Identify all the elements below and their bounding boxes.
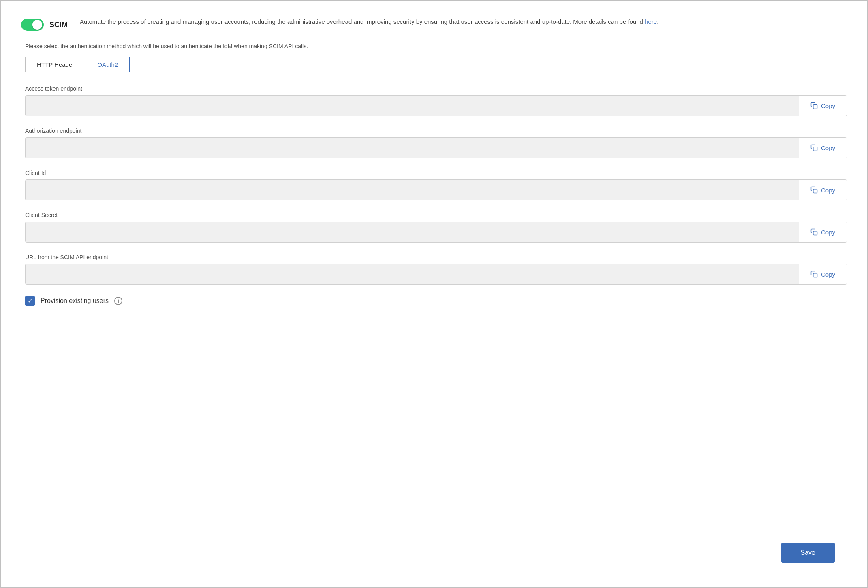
auth-btn-http-header[interactable]: HTTP Header: [25, 57, 86, 72]
content-area: Please select the authentication method …: [21, 43, 847, 306]
field-group-auth-endpoint: Authorization endpoint Copy: [25, 128, 847, 158]
field-input-access-token[interactable]: [26, 96, 799, 116]
copy-icon-scim-url: [810, 271, 818, 278]
toggle-container: SCIM: [21, 19, 68, 31]
provision-label: Provision existing users: [41, 297, 109, 305]
save-btn-container: Save: [781, 543, 835, 563]
auth-buttons-group: HTTP Header OAuth2: [25, 57, 847, 72]
field-row-scim-url: Copy: [25, 264, 847, 285]
copy-btn-auth-endpoint[interactable]: Copy: [799, 138, 847, 158]
field-input-scim-url[interactable]: [26, 264, 799, 284]
copy-icon-access-token: [810, 102, 818, 109]
copy-icon-client-id: [810, 186, 818, 194]
field-row-client-id: Copy: [25, 179, 847, 200]
scim-description: Automate the process of creating and man…: [80, 17, 658, 27]
description-text-before-link: Automate the process of creating and man…: [80, 18, 645, 25]
copy-icon-client-secret: [810, 228, 818, 236]
checkbox-check-icon: ✓: [28, 298, 33, 304]
scim-toggle[interactable]: [21, 19, 44, 31]
info-icon[interactable]: i: [114, 297, 122, 305]
copy-btn-scim-url[interactable]: Copy: [799, 264, 847, 284]
field-group-access-token: Access token endpoint Copy: [25, 85, 847, 116]
copy-label-scim-url: Copy: [821, 271, 835, 278]
field-label-scim-url: URL from the SCIM API endpoint: [25, 254, 847, 260]
field-label-auth-endpoint: Authorization endpoint: [25, 128, 847, 134]
svg-rect-0: [813, 105, 817, 109]
field-input-client-secret[interactable]: [26, 222, 799, 242]
copy-label-access-token: Copy: [821, 102, 835, 109]
description-link[interactable]: here: [645, 18, 657, 25]
copy-icon-auth-endpoint: [810, 144, 818, 151]
page-container: SCIM Automate the process of creating an…: [0, 0, 868, 588]
copy-btn-client-id[interactable]: Copy: [799, 180, 847, 200]
scim-header: SCIM Automate the process of creating an…: [21, 17, 847, 31]
svg-rect-2: [813, 189, 817, 193]
copy-label-client-secret: Copy: [821, 229, 835, 236]
field-row-auth-endpoint: Copy: [25, 137, 847, 158]
copy-label-client-id: Copy: [821, 187, 835, 194]
field-label-client-secret: Client Secret: [25, 212, 847, 218]
field-row-access-token: Copy: [25, 95, 847, 116]
svg-rect-3: [813, 231, 817, 235]
copy-label-auth-endpoint: Copy: [821, 145, 835, 151]
copy-btn-client-secret[interactable]: Copy: [799, 222, 847, 242]
field-label-access-token: Access token endpoint: [25, 85, 847, 92]
field-group-client-secret: Client Secret Copy: [25, 212, 847, 243]
field-input-auth-endpoint[interactable]: [26, 138, 799, 158]
field-row-client-secret: Copy: [25, 222, 847, 243]
auth-btn-oauth2[interactable]: OAuth2: [86, 57, 130, 72]
svg-rect-4: [813, 273, 817, 277]
svg-rect-1: [813, 147, 817, 151]
field-group-scim-url: URL from the SCIM API endpoint Copy: [25, 254, 847, 285]
provision-checkbox[interactable]: ✓: [25, 296, 35, 306]
auth-method-note: Please select the authentication method …: [25, 43, 847, 49]
field-input-client-id[interactable]: [26, 180, 799, 200]
scim-title: SCIM: [49, 21, 68, 29]
field-group-client-id: Client Id Copy: [25, 170, 847, 200]
copy-btn-access-token[interactable]: Copy: [799, 96, 847, 116]
save-button[interactable]: Save: [781, 543, 835, 563]
provision-row: ✓ Provision existing users i: [25, 296, 847, 306]
field-label-client-id: Client Id: [25, 170, 847, 176]
